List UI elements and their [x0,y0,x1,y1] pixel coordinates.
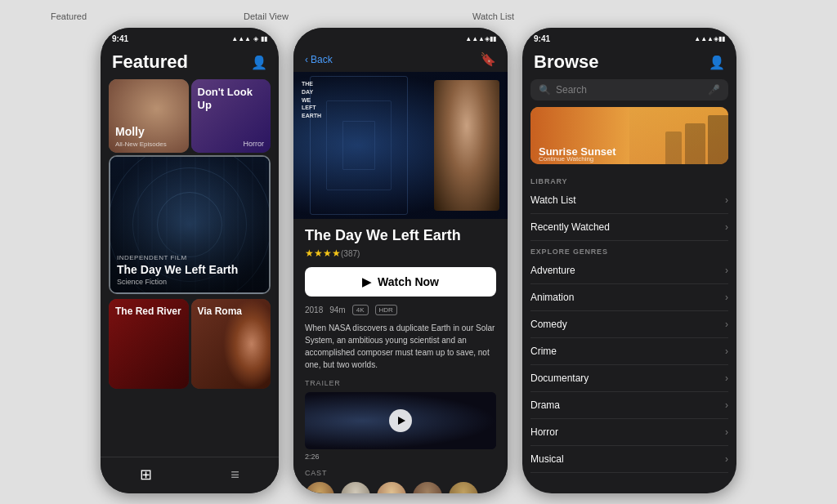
status-bar-detail: 9:41 ▲▲▲◈▮▮ [293,28,508,47]
watch-list-label: Watch List [472,8,687,23]
user-icon[interactable]: 👤 [251,55,267,70]
trailer-section-label: TRAILER [305,379,496,387]
featured-label: Featured [51,8,229,23]
signal-icon: ▲▲▲ [231,35,251,42]
cast-avatar-4[interactable] [413,482,442,493]
watch-now-button[interactable]: ▶ Watch Now [305,267,496,297]
status-icons-watchlist: ▲▲▲◈▮▮ [694,35,725,42]
genre-crime[interactable]: Crime › [530,338,728,365]
main-feature-card[interactable]: INDEPENDENT FILM The Day We Left Earth S… [109,155,271,294]
chevron-right-recently-watched: › [725,221,728,233]
watch-list-menu-item[interactable]: Watch List › [530,187,728,214]
star-rating: ★★★★(387) [305,248,496,259]
main-card-tag: INDEPENDENT FILM [117,254,262,261]
recently-watched-label: Recently Watched [530,221,610,233]
chevron-drama: › [725,399,728,411]
chevron-horror: › [725,426,728,438]
movie-meta: 2018 94m 4K HDR [305,305,496,315]
chevron-adventure: › [725,265,728,276]
molly-tag: All-New Episodes [115,140,167,148]
quality-4k-badge: 4K [352,305,369,315]
via-roma-title: Via Roma [198,306,242,319]
cast-row [305,482,496,493]
genre-drama[interactable]: Drama › [530,392,728,419]
battery-icon: ▮▮ [261,35,267,42]
rating-count: (387) [341,249,360,258]
signal-icon-wl: ▲▲▲◈▮▮ [694,35,725,42]
movie-poster: THE DAY WE LEFT EARTH [293,72,508,219]
chevron-documentary: › [725,372,728,384]
chevron-animation: › [725,292,728,303]
movie-description: When NASA discovers a duplicate Earth in… [305,322,496,371]
poster-text: THE DAY WE LEFT EARTH [302,80,426,120]
trailer-duration: 2:26 [305,453,496,461]
cast-section-label: CAST [305,469,496,477]
featured-banner[interactable]: Sunrise Sunset Continue Watching [530,107,728,164]
status-bar-watchlist: 9:41 ▲▲▲◈▮▮ [522,28,736,47]
detail-top-bar: ‹ Back 🔖 [293,47,508,72]
genre-musical[interactable]: Musical › [530,446,728,473]
play-triangle-icon [398,417,405,425]
user-icon-wl[interactable]: 👤 [709,55,725,70]
main-card-title: The Day We Left Earth [117,263,262,276]
dont-look-up-title: Don't Look Up [198,86,265,111]
cast-avatar-1[interactable] [305,482,334,493]
movie-character-face [434,80,499,211]
play-button[interactable] [389,409,412,432]
status-bar-featured: 9:41 ▲▲▲ ◈ ▮▮ [101,28,279,47]
genre-horror[interactable]: Horror › [530,419,728,446]
genre-documentary[interactable]: Documentary › [530,365,728,392]
red-river-card[interactable]: The Red River [109,299,189,389]
quality-hdr-badge: HDR [375,305,397,315]
back-button[interactable]: ‹ Back [305,54,333,65]
watch-list-label-item: Watch List [530,194,576,206]
status-time-featured: 9:41 [112,34,128,43]
search-placeholder: Search [556,84,703,96]
mic-icon[interactable]: 🎤 [708,84,720,96]
browse-title: Browse [534,51,598,73]
cast-avatar-5[interactable] [449,482,478,493]
explore-genres-title: EXPLORE GENRES [530,248,728,256]
search-bar[interactable]: 🔍 Search 🎤 [530,79,728,100]
detail-phone: 9:41 ▲▲▲◈▮▮ ‹ Back 🔖 [293,28,508,493]
banner-subtitle: Continue Watching [539,155,593,163]
recently-watched-menu-item[interactable]: Recently Watched › [530,214,728,241]
genre-comedy[interactable]: Comedy › [530,311,728,338]
dont-look-up-genre: Horror [243,140,264,148]
movie-duration: 94m [329,306,345,314]
chevron-crime: › [725,346,728,357]
molly-card[interactable]: Molly All-New Episodes [109,79,189,153]
chevron-left-icon: ‹ [305,54,308,65]
molly-title: Molly [115,125,145,138]
search-icon: 🔍 [539,84,551,96]
chevron-musical: › [725,453,728,465]
play-icon: ▶ [362,275,371,288]
library-section-title: LIBRARY [530,177,728,185]
trailer-thumbnail[interactable] [305,392,496,449]
library-tab-icon[interactable]: ≡ [231,466,239,484]
status-time-watchlist: 9:41 [534,34,550,43]
home-tab-icon[interactable]: ⊞ [140,466,152,484]
featured-page-title: Featured [112,51,188,73]
via-roma-card[interactable]: Via Roma [191,299,271,389]
status-icons-featured: ▲▲▲ ◈ ▮▮ [231,35,267,42]
detail-view-label: Detail View [244,8,458,23]
main-card-genre: Science Fiction [117,278,262,286]
chevron-comedy: › [725,319,728,330]
signal-icon-detail: ▲▲▲◈▮▮ [465,35,496,42]
featured-phone: 9:41 ▲▲▲ ◈ ▮▮ Featured 👤 Moll [101,28,279,493]
genre-animation[interactable]: Animation › [530,284,728,311]
wifi-icon: ◈ [253,35,258,42]
dont-look-up-card[interactable]: Don't Look Up Horror [191,79,271,153]
bookmark-icon[interactable]: 🔖 [480,51,496,67]
cast-avatar-3[interactable] [377,482,406,493]
cast-avatar-2[interactable] [341,482,370,493]
movie-title: The Day We Left Earth [305,227,496,244]
genre-adventure[interactable]: Adventure › [530,257,728,284]
chevron-right-watch-list: › [725,194,728,206]
red-river-title: The Red River [115,306,181,319]
movie-year: 2018 [305,306,323,314]
watchlist-phone: 9:41 ▲▲▲◈▮▮ Browse 👤 🔍 Search 🎤 [522,28,736,493]
status-icons-detail: ▲▲▲◈▮▮ [465,35,496,42]
